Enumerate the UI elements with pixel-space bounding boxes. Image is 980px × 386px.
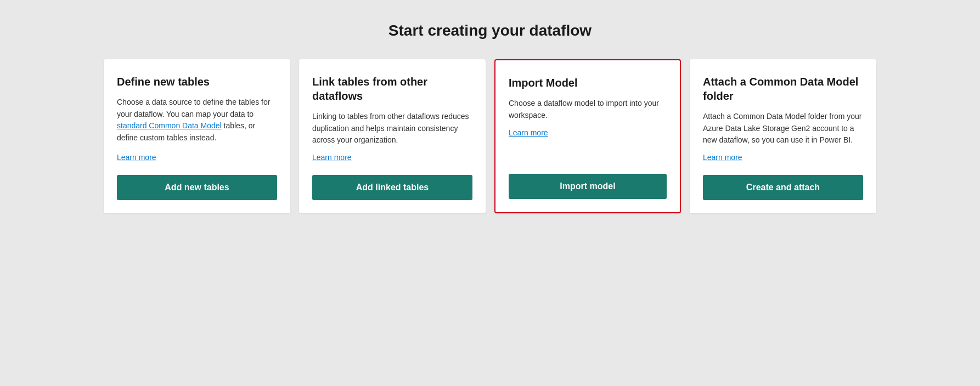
card-link-tables: Link tables from other dataflows Linking… (299, 59, 486, 213)
card-title-link-tables: Link tables from other dataflows (312, 75, 472, 103)
card-description-attach-cdm: Attach a Common Data Model folder from y… (703, 111, 863, 146)
card-title-import-model: Import Model (509, 76, 667, 90)
card-import-model: Import Model Choose a dataflow model to … (494, 59, 681, 213)
standard-cdm-link[interactable]: standard Common Data Model (117, 121, 222, 130)
add-linked-tables-button[interactable]: Add linked tables (312, 175, 472, 200)
import-model-button[interactable]: Import model (509, 174, 667, 199)
card-description-define-new-tables: Choose a data source to define the table… (117, 96, 277, 146)
card-attach-cdm: Attach a Common Data Model folder Attach… (690, 59, 876, 213)
cards-container: Define new tables Choose a data source t… (78, 59, 902, 213)
learn-more-link-attach-cdm[interactable]: Learn more (703, 153, 863, 162)
card-define-new-tables: Define new tables Choose a data source t… (104, 59, 290, 213)
learn-more-link-import-model[interactable]: Learn more (509, 128, 667, 137)
learn-more-link-define-new-tables[interactable]: Learn more (117, 153, 277, 162)
create-and-attach-button[interactable]: Create and attach (703, 175, 863, 200)
card-title-define-new-tables: Define new tables (117, 75, 277, 89)
card-description-import-model: Choose a dataflow model to import into y… (509, 98, 667, 122)
page-title: Start creating your dataflow (388, 22, 592, 39)
learn-more-link-link-tables[interactable]: Learn more (312, 153, 472, 162)
card-title-attach-cdm: Attach a Common Data Model folder (703, 75, 863, 103)
add-new-tables-button[interactable]: Add new tables (117, 175, 277, 200)
card-description-link-tables: Linking to tables from other dataflows r… (312, 111, 472, 146)
